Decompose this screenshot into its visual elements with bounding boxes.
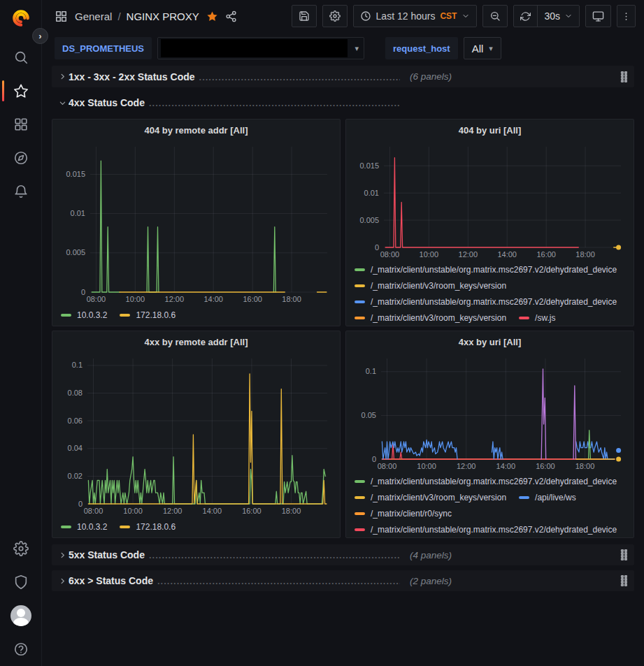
legend-item[interactable]: 172.18.0.6	[120, 310, 176, 320]
panel-title[interactable]: 4xx by uri [All]	[352, 335, 628, 352]
legend-item[interactable]: /_matrix/client/unstable/org.matrix.msc2…	[355, 477, 617, 486]
row-1xx-3xx-2xx[interactable]: 1xx - 3xx - 2xx Status Code ............…	[52, 66, 634, 87]
sidebar-item-dashboards[interactable]	[0, 108, 41, 141]
svg-text:0.015: 0.015	[359, 161, 379, 170]
variable-value-ds-prometheus-dropdown[interactable]: ▾	[157, 37, 364, 59]
legend-item[interactable]: 172.18.0.6	[120, 522, 176, 532]
legend-item[interactable]: /_matrix/client/unstable/org.matrix.msc2…	[355, 297, 617, 307]
row-4xx[interactable]: 4xx Status Code ........................…	[52, 93, 634, 113]
sidebar-expand-button[interactable]: ›	[32, 28, 48, 44]
sidebar-item-alerting[interactable]	[0, 175, 41, 208]
row-title: 4xx Status Code	[69, 97, 145, 108]
breadcrumb-folder[interactable]: General	[75, 10, 112, 22]
variable-label-request-host: request_host	[385, 37, 458, 59]
svg-text:12:00: 12:00	[163, 507, 183, 515]
svg-text:0.06: 0.06	[68, 417, 83, 425]
apps-grid-icon[interactable]	[55, 10, 68, 23]
svg-text:0.04: 0.04	[68, 444, 83, 452]
legend-label: /sw.js	[535, 313, 555, 323]
legend-row: /_matrix/client/unstable/org.matrix.msc2…	[355, 521, 628, 536]
grafana-logo[interactable]	[11, 8, 31, 28]
svg-text:08:00: 08:00	[84, 507, 103, 515]
legend-color-swatch	[120, 314, 130, 317]
legend-row: /_matrix/client/v3/room_keys/version/sw.…	[355, 310, 628, 324]
legend-item[interactable]: /sw.js	[519, 313, 555, 323]
row-drag-handle[interactable]	[620, 575, 627, 586]
sidebar-item-settings[interactable]	[0, 532, 41, 565]
panel-404-by-uri: 404 by uri [All] 00.0050.010.01508:0010:…	[345, 119, 634, 326]
variable-label-ds-prometheus: DS_PROMETHEUS	[55, 37, 152, 59]
row-leader-dots: ........................................…	[149, 98, 400, 108]
legend-item[interactable]: /_matrix/client/r0/sync	[355, 509, 452, 519]
breadcrumb-separator: /	[117, 10, 120, 22]
legend-color-swatch	[355, 496, 365, 499]
panel-legend: 10.0.3.2172.18.0.6	[58, 518, 334, 536]
save-icon	[299, 10, 310, 22]
time-range-label: Last 12 hours	[376, 10, 436, 22]
svg-text:16:00: 16:00	[242, 507, 262, 515]
legend-item[interactable]: 10.0.3.2	[61, 310, 107, 320]
row-6xx[interactable]: 6xx > Status Code ......................…	[52, 570, 634, 591]
dashboards-icon	[13, 117, 29, 132]
panel-title[interactable]: 4xx by remote addr [All]	[58, 335, 334, 352]
legend-item[interactable]: /api/live/ws	[519, 493, 576, 502]
legend-row: 10.0.3.2172.18.0.6	[61, 306, 334, 324]
legend-item[interactable]: /_matrix/client/v3/room_keys/version	[355, 493, 506, 502]
time-series-plot[interactable]: 00.0050.010.01508:0010:0012:0014:0016:00…	[352, 140, 628, 261]
legend-color-swatch	[355, 301, 365, 303]
kiosk-mode-button[interactable]	[585, 5, 611, 27]
legend-color-swatch	[355, 284, 365, 287]
legend-label: /_matrix/client/unstable/org.matrix.msc2…	[371, 265, 617, 275]
svg-text:14:00: 14:00	[497, 250, 517, 259]
row-5xx[interactable]: 5xx Status Code ........................…	[52, 544, 634, 565]
time-series-plot[interactable]: 00.0050.010.01508:0010:0012:0014:0016:00…	[58, 140, 334, 306]
sidebar-item-search[interactable]	[0, 41, 41, 74]
monitor-icon	[592, 10, 604, 22]
legend-item[interactable]: 10.0.3.2	[61, 522, 107, 532]
panel-title[interactable]: 404 by uri [All]	[352, 123, 628, 140]
svg-text:10:00: 10:00	[420, 250, 439, 259]
panel-title[interactable]: 404 by remote addr [All]	[58, 123, 334, 140]
sidebar-item-help[interactable]	[0, 632, 41, 666]
svg-text:0: 0	[81, 288, 85, 296]
time-range-picker[interactable]: Last 12 hours CST	[353, 5, 478, 27]
chevron-down-icon	[461, 12, 470, 20]
svg-text:16:00: 16:00	[536, 462, 555, 470]
legend-item[interactable]: /_matrix/client/v3/room_keys/version	[355, 313, 506, 323]
refresh-button[interactable]	[514, 6, 537, 27]
row-leader-dots: ........................................…	[199, 72, 400, 82]
time-series-plot[interactable]: 00.050.108:0010:0012:0014:0016:0018:00	[352, 352, 628, 473]
svg-text:12:00: 12:00	[459, 250, 478, 259]
share-icon[interactable]	[225, 10, 237, 22]
svg-text:0.08: 0.08	[68, 389, 83, 397]
legend-item[interactable]: /_matrix/client/unstable/org.matrix.msc2…	[355, 265, 617, 275]
row-drag-handle[interactable]	[620, 549, 627, 560]
row-leader-dots: ........................................…	[149, 550, 400, 560]
star-filled-icon[interactable]	[206, 10, 218, 22]
legend-item[interactable]: /_matrix/client/unstable/org.matrix.msc2…	[355, 525, 617, 535]
legend-item[interactable]: /_matrix/client/v3/room_keys/version	[355, 281, 506, 291]
breadcrumb: General / NGINX PROXY	[75, 10, 199, 22]
chevron-right-icon	[56, 577, 69, 585]
dashboard-settings-button[interactable]	[322, 5, 348, 27]
sidebar-item-server-admin[interactable]	[0, 565, 41, 599]
row-drag-handle[interactable]	[620, 71, 627, 82]
legend-color-swatch	[355, 268, 365, 271]
zoom-out-time-button[interactable]	[482, 5, 508, 27]
save-dashboard-button[interactable]	[292, 5, 317, 27]
chevron-right-icon	[56, 551, 69, 559]
sidebar-item-profile[interactable]	[0, 599, 41, 632]
variable-selected-value: All	[472, 43, 484, 55]
time-series-plot[interactable]: 00.020.040.060.080.108:0010:0012:0014:00…	[58, 352, 334, 518]
breadcrumb-dashboard-title[interactable]: NGINX PROXY	[127, 10, 199, 22]
plot-area: 00.020.040.060.080.108:0010:0012:0014:00…	[58, 352, 334, 518]
legend-row: /_matrix/client/unstable/org.matrix.msc2…	[355, 294, 628, 310]
sidebar-item-explore[interactable]	[0, 141, 41, 175]
variable-value-request-host-dropdown[interactable]: All ▾	[464, 37, 501, 59]
refresh-interval-dropdown[interactable]: 30s	[538, 6, 579, 27]
dashboard-submenu: DS_PROMETHEUS ▾ request_host All ▾	[42, 32, 644, 64]
sidebar-item-starred[interactable]	[0, 74, 41, 108]
row-panel-count: (6 panels)	[410, 71, 452, 82]
more-options-button[interactable]	[617, 5, 636, 27]
help-icon	[13, 642, 29, 657]
